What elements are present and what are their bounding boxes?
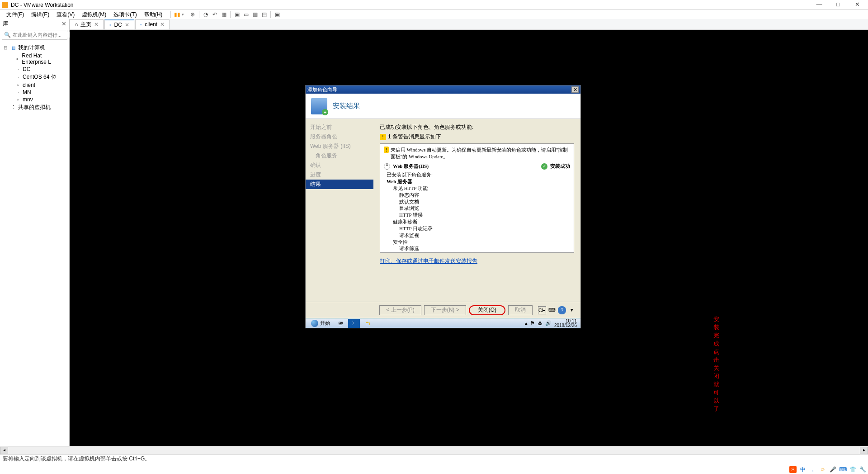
taskbar-powershell[interactable]: 〉 bbox=[348, 319, 360, 328]
nav-role-svc[interactable]: 角色服务 bbox=[306, 151, 373, 161]
tray-flag-icon[interactable]: ⚑ bbox=[530, 320, 535, 326]
tree-item-mnv[interactable]: ▫ mnv bbox=[1, 96, 68, 103]
close-button[interactable]: ✕ bbox=[852, 1, 863, 9]
wizard-header-title: 安装结果 bbox=[333, 102, 360, 110]
shared-icon: ⋮ bbox=[10, 104, 16, 111]
tray-show-hidden[interactable]: ▴ bbox=[525, 320, 528, 326]
vmware-app-icon bbox=[2, 2, 8, 8]
server-role-icon bbox=[311, 98, 327, 114]
lang-indicator[interactable]: CH bbox=[538, 306, 546, 314]
install-success-msg: 已成功安装以下角色、角色服务或功能: bbox=[380, 123, 574, 131]
collapse-icon[interactable]: ^ bbox=[384, 163, 390, 170]
keyboard-icon[interactable]: ⌨ bbox=[548, 306, 556, 314]
ime-keyboard-icon[interactable]: ⌨ bbox=[839, 466, 846, 473]
tab-home[interactable]: ⌂ 主页 ✕ bbox=[70, 19, 104, 29]
vm-icon: ▫ bbox=[14, 82, 21, 88]
search-input[interactable] bbox=[13, 32, 75, 38]
vm-icon: ▫ bbox=[14, 56, 20, 62]
ime-tool-icon[interactable]: 🔧 bbox=[859, 466, 866, 473]
tab-close-icon[interactable]: ✕ bbox=[125, 22, 129, 28]
sidebar-close-button[interactable]: ✕ bbox=[61, 20, 66, 27]
tab-dc[interactable]: ▫ DC ✕ bbox=[104, 19, 134, 29]
menu-vm[interactable]: 虚拟机(M) bbox=[78, 10, 110, 19]
vm-console[interactable]: 添加角色向导 ✕ 安装结果 开始之前 服务器角色 Web 服务器 (IIS) 角… bbox=[70, 30, 868, 446]
ime-punct-icon[interactable]: ， bbox=[809, 466, 816, 473]
annotation-text: 安装完成点击关闭就可以了 bbox=[713, 315, 719, 413]
nav-server-role[interactable]: 服务器角色 bbox=[306, 132, 373, 142]
minimize-button[interactable]: — bbox=[814, 1, 825, 9]
feature-list: Web 服务器常见 HTTP 功能静态内容默认文档目录浏览HTTP 错误健康和诊… bbox=[387, 178, 570, 253]
prev-button[interactable]: < 上一步(P) bbox=[379, 305, 421, 315]
statusbar: 要将输入定向到该虚拟机，请在虚拟机内部单击或按 Ctrl+G。 bbox=[0, 454, 868, 463]
feature-item: HTTP 日志记录 bbox=[399, 225, 570, 232]
pause-vm-button[interactable]: ▮▮ bbox=[173, 10, 182, 19]
unity-button[interactable]: ▭ bbox=[241, 10, 250, 19]
wizard-titlebar[interactable]: 添加角色向导 ✕ bbox=[306, 85, 580, 94]
fullscreen-button[interactable]: ▣ bbox=[232, 10, 241, 19]
result-box[interactable]: ! 未启用 Windows 自动更新。为确保自动更新最新安装的角色或功能，请启用… bbox=[380, 143, 574, 253]
snapshot-manager-button[interactable]: ▦ bbox=[219, 10, 228, 19]
start-button[interactable]: 开始 bbox=[307, 319, 334, 328]
tree-item-dc[interactable]: ▫ DC bbox=[1, 66, 68, 73]
tab-close-icon[interactable]: ✕ bbox=[160, 21, 165, 28]
ime-skin-icon[interactable]: 👕 bbox=[849, 466, 856, 473]
vm-icon: ▫ bbox=[109, 22, 111, 28]
next-button[interactable]: 下一步(N) > bbox=[424, 305, 466, 315]
close-button[interactable]: 关闭(O) bbox=[469, 305, 505, 315]
guest-clock[interactable]: 10:11 2018/12/26 bbox=[554, 319, 577, 328]
host-system-tray: S 中 ， ☺ 🎤 ⌨ 👕 🔧 bbox=[789, 466, 866, 473]
tree-item-centos[interactable]: ▫ CentOS 64 位 bbox=[1, 73, 68, 81]
revert-button[interactable]: ↶ bbox=[210, 10, 219, 19]
help-icon[interactable]: ? bbox=[558, 306, 566, 314]
tree-item-mn[interactable]: ▫ MN bbox=[1, 89, 68, 96]
nav-result[interactable]: 结果 bbox=[306, 180, 373, 189]
ime-lang-icon[interactable]: 中 bbox=[799, 466, 807, 473]
menu-tabs[interactable]: 选项卡(T) bbox=[110, 10, 140, 19]
warning-icon: ! bbox=[384, 147, 389, 153]
dropdown-icon[interactable]: ▾ bbox=[568, 306, 576, 314]
tree-collapse-icon[interactable]: ⊟ bbox=[3, 45, 8, 50]
menu-edit[interactable]: 编辑(E) bbox=[28, 10, 53, 19]
install-ok: 安装成功 bbox=[550, 163, 570, 170]
tab-client[interactable]: ▫ client ✕ bbox=[135, 19, 170, 29]
thumbnail-button[interactable]: ▥ bbox=[250, 10, 259, 19]
pause-dropdown[interactable]: ▾ bbox=[182, 12, 184, 17]
tree-shared-vms[interactable]: ⊟ ⋮ 共享的虚拟机 bbox=[1, 103, 68, 112]
vm-icon: ▫ bbox=[14, 89, 21, 95]
scroll-right-button[interactable]: ▸ bbox=[860, 447, 868, 454]
menu-view[interactable]: 查看(V) bbox=[53, 10, 78, 19]
report-link[interactable]: 打印、保存或通过电子邮件发送安装报告 bbox=[380, 257, 574, 265]
sidebar-search[interactable]: 🔍 ▾ bbox=[2, 30, 67, 40]
horizontal-scrollbar[interactable]: ◂ ▸ bbox=[0, 446, 868, 454]
menu-help[interactable]: 帮助(H) bbox=[141, 10, 166, 19]
send-ctrl-alt-del-button[interactable]: ⊕ bbox=[188, 10, 197, 19]
console-view-button[interactable]: ▣ bbox=[273, 10, 282, 19]
tab-close-icon[interactable]: ✕ bbox=[94, 21, 99, 28]
wizard-close-button[interactable]: ✕ bbox=[571, 86, 579, 93]
feature-item: 请求筛选 bbox=[399, 245, 570, 252]
tree-item-client[interactable]: ▫ client bbox=[1, 81, 68, 89]
scroll-left-button[interactable]: ◂ bbox=[0, 447, 8, 454]
feature-item: 性能 bbox=[393, 252, 570, 253]
nav-web-iis[interactable]: Web 服务器 (IIS) bbox=[306, 142, 373, 151]
multi-monitor-button[interactable]: ▤ bbox=[259, 10, 269, 19]
tray-volume-icon[interactable]: 🔊 bbox=[545, 320, 552, 326]
nav-confirm[interactable]: 确认 bbox=[306, 161, 373, 170]
warning-icon: ! bbox=[380, 134, 386, 140]
cancel-button[interactable]: 取消 bbox=[508, 305, 533, 315]
snapshot-button[interactable]: ◔ bbox=[201, 10, 210, 19]
taskbar-server-manager[interactable]: 🖳 bbox=[335, 319, 346, 328]
vm-icon: ▫ bbox=[14, 74, 21, 81]
tree-item-redhat[interactable]: ▫ Red Hat Enterprise L bbox=[1, 52, 68, 66]
menu-file[interactable]: 文件(F) bbox=[3, 10, 28, 19]
maximize-button[interactable]: □ bbox=[833, 1, 844, 9]
sogou-ime-icon[interactable]: S bbox=[789, 466, 797, 473]
nav-progress[interactable]: 进度 bbox=[306, 170, 373, 180]
nav-before[interactable]: 开始之前 bbox=[306, 123, 373, 132]
search-icon: 🔍 bbox=[4, 32, 11, 38]
tree-root-my-computer[interactable]: ⊟ 🖥 我的计算机 bbox=[1, 43, 68, 52]
tray-network-icon[interactable]: 🖧 bbox=[538, 321, 542, 326]
ime-emoji-icon[interactable]: ☺ bbox=[819, 466, 826, 473]
ime-mic-icon[interactable]: 🎤 bbox=[829, 466, 836, 473]
taskbar-explorer[interactable]: 🗀 bbox=[362, 319, 373, 328]
